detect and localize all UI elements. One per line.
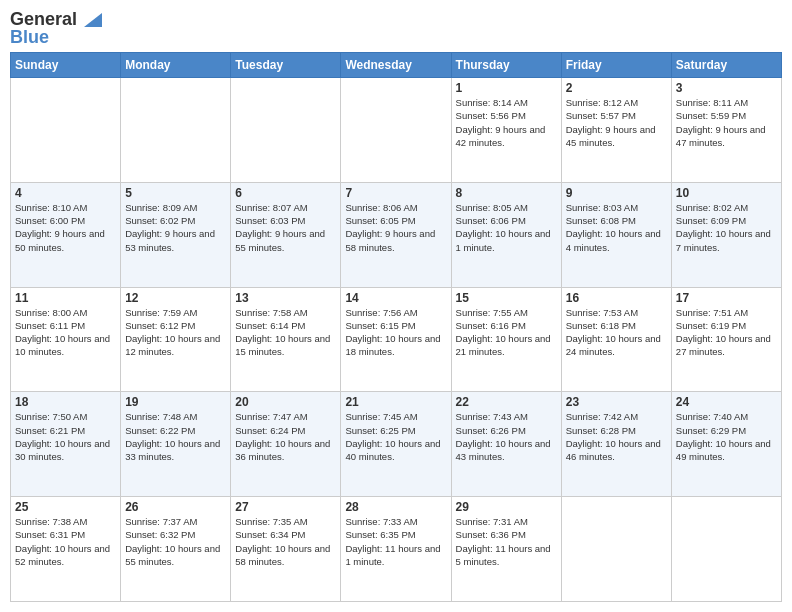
day-number: 5 <box>125 186 226 200</box>
day-info: Sunrise: 7:50 AM Sunset: 6:21 PM Dayligh… <box>15 410 116 463</box>
calendar-cell <box>671 497 781 602</box>
calendar-cell: 27Sunrise: 7:35 AM Sunset: 6:34 PM Dayli… <box>231 497 341 602</box>
calendar-header-wednesday: Wednesday <box>341 53 451 78</box>
day-number: 29 <box>456 500 557 514</box>
day-info: Sunrise: 7:55 AM Sunset: 6:16 PM Dayligh… <box>456 306 557 359</box>
calendar-cell: 28Sunrise: 7:33 AM Sunset: 6:35 PM Dayli… <box>341 497 451 602</box>
day-info: Sunrise: 7:33 AM Sunset: 6:35 PM Dayligh… <box>345 515 446 568</box>
day-info: Sunrise: 7:38 AM Sunset: 6:31 PM Dayligh… <box>15 515 116 568</box>
calendar-cell: 18Sunrise: 7:50 AM Sunset: 6:21 PM Dayli… <box>11 392 121 497</box>
calendar-header-saturday: Saturday <box>671 53 781 78</box>
calendar-cell: 19Sunrise: 7:48 AM Sunset: 6:22 PM Dayli… <box>121 392 231 497</box>
calendar-cell: 15Sunrise: 7:55 AM Sunset: 6:16 PM Dayli… <box>451 287 561 392</box>
day-number: 18 <box>15 395 116 409</box>
calendar-cell: 12Sunrise: 7:59 AM Sunset: 6:12 PM Dayli… <box>121 287 231 392</box>
day-info: Sunrise: 8:14 AM Sunset: 5:56 PM Dayligh… <box>456 96 557 149</box>
calendar-header-tuesday: Tuesday <box>231 53 341 78</box>
calendar-header-friday: Friday <box>561 53 671 78</box>
day-number: 1 <box>456 81 557 95</box>
calendar-cell: 13Sunrise: 7:58 AM Sunset: 6:14 PM Dayli… <box>231 287 341 392</box>
day-info: Sunrise: 8:07 AM Sunset: 6:03 PM Dayligh… <box>235 201 336 254</box>
day-number: 8 <box>456 186 557 200</box>
calendar-cell: 21Sunrise: 7:45 AM Sunset: 6:25 PM Dayli… <box>341 392 451 497</box>
day-info: Sunrise: 8:11 AM Sunset: 5:59 PM Dayligh… <box>676 96 777 149</box>
day-info: Sunrise: 7:35 AM Sunset: 6:34 PM Dayligh… <box>235 515 336 568</box>
day-info: Sunrise: 8:06 AM Sunset: 6:05 PM Dayligh… <box>345 201 446 254</box>
day-info: Sunrise: 8:03 AM Sunset: 6:08 PM Dayligh… <box>566 201 667 254</box>
day-number: 4 <box>15 186 116 200</box>
calendar-table: SundayMondayTuesdayWednesdayThursdayFrid… <box>10 52 782 602</box>
day-number: 14 <box>345 291 446 305</box>
page: General Blue SundayMondayTuesdayWednesda… <box>0 0 792 612</box>
calendar-cell: 20Sunrise: 7:47 AM Sunset: 6:24 PM Dayli… <box>231 392 341 497</box>
calendar-cell: 3Sunrise: 8:11 AM Sunset: 5:59 PM Daylig… <box>671 78 781 183</box>
day-number: 22 <box>456 395 557 409</box>
day-number: 13 <box>235 291 336 305</box>
day-info: Sunrise: 8:10 AM Sunset: 6:00 PM Dayligh… <box>15 201 116 254</box>
day-info: Sunrise: 7:56 AM Sunset: 6:15 PM Dayligh… <box>345 306 446 359</box>
day-number: 26 <box>125 500 226 514</box>
day-info: Sunrise: 7:31 AM Sunset: 6:36 PM Dayligh… <box>456 515 557 568</box>
day-info: Sunrise: 7:48 AM Sunset: 6:22 PM Dayligh… <box>125 410 226 463</box>
day-number: 2 <box>566 81 667 95</box>
day-number: 28 <box>345 500 446 514</box>
calendar-cell: 25Sunrise: 7:38 AM Sunset: 6:31 PM Dayli… <box>11 497 121 602</box>
day-info: Sunrise: 7:51 AM Sunset: 6:19 PM Dayligh… <box>676 306 777 359</box>
calendar-cell: 5Sunrise: 8:09 AM Sunset: 6:02 PM Daylig… <box>121 182 231 287</box>
calendar-cell: 9Sunrise: 8:03 AM Sunset: 6:08 PM Daylig… <box>561 182 671 287</box>
calendar-cell: 26Sunrise: 7:37 AM Sunset: 6:32 PM Dayli… <box>121 497 231 602</box>
calendar-cell: 17Sunrise: 7:51 AM Sunset: 6:19 PM Dayli… <box>671 287 781 392</box>
calendar-cell: 2Sunrise: 8:12 AM Sunset: 5:57 PM Daylig… <box>561 78 671 183</box>
day-info: Sunrise: 7:59 AM Sunset: 6:12 PM Dayligh… <box>125 306 226 359</box>
calendar-cell: 1Sunrise: 8:14 AM Sunset: 5:56 PM Daylig… <box>451 78 561 183</box>
calendar-week-row: 11Sunrise: 8:00 AM Sunset: 6:11 PM Dayli… <box>11 287 782 392</box>
calendar-cell <box>121 78 231 183</box>
calendar-cell: 22Sunrise: 7:43 AM Sunset: 6:26 PM Dayli… <box>451 392 561 497</box>
day-number: 11 <box>15 291 116 305</box>
day-number: 25 <box>15 500 116 514</box>
calendar-week-row: 18Sunrise: 7:50 AM Sunset: 6:21 PM Dayli… <box>11 392 782 497</box>
day-number: 10 <box>676 186 777 200</box>
calendar-header-sunday: Sunday <box>11 53 121 78</box>
day-number: 16 <box>566 291 667 305</box>
calendar-cell <box>561 497 671 602</box>
calendar-cell: 8Sunrise: 8:05 AM Sunset: 6:06 PM Daylig… <box>451 182 561 287</box>
day-number: 17 <box>676 291 777 305</box>
day-number: 20 <box>235 395 336 409</box>
day-info: Sunrise: 8:09 AM Sunset: 6:02 PM Dayligh… <box>125 201 226 254</box>
day-number: 27 <box>235 500 336 514</box>
day-info: Sunrise: 7:43 AM Sunset: 6:26 PM Dayligh… <box>456 410 557 463</box>
calendar-cell: 23Sunrise: 7:42 AM Sunset: 6:28 PM Dayli… <box>561 392 671 497</box>
calendar-cell <box>231 78 341 183</box>
day-info: Sunrise: 8:12 AM Sunset: 5:57 PM Dayligh… <box>566 96 667 149</box>
day-number: 6 <box>235 186 336 200</box>
calendar-cell <box>11 78 121 183</box>
calendar-cell: 16Sunrise: 7:53 AM Sunset: 6:18 PM Dayli… <box>561 287 671 392</box>
day-number: 15 <box>456 291 557 305</box>
day-info: Sunrise: 8:02 AM Sunset: 6:09 PM Dayligh… <box>676 201 777 254</box>
logo-triangle-icon <box>84 13 102 27</box>
day-number: 12 <box>125 291 226 305</box>
day-number: 24 <box>676 395 777 409</box>
calendar-header-monday: Monday <box>121 53 231 78</box>
day-info: Sunrise: 8:05 AM Sunset: 6:06 PM Dayligh… <box>456 201 557 254</box>
day-info: Sunrise: 7:45 AM Sunset: 6:25 PM Dayligh… <box>345 410 446 463</box>
calendar-cell: 6Sunrise: 8:07 AM Sunset: 6:03 PM Daylig… <box>231 182 341 287</box>
calendar-cell: 4Sunrise: 8:10 AM Sunset: 6:00 PM Daylig… <box>11 182 121 287</box>
day-info: Sunrise: 7:42 AM Sunset: 6:28 PM Dayligh… <box>566 410 667 463</box>
calendar-cell: 10Sunrise: 8:02 AM Sunset: 6:09 PM Dayli… <box>671 182 781 287</box>
day-number: 3 <box>676 81 777 95</box>
calendar-cell: 29Sunrise: 7:31 AM Sunset: 6:36 PM Dayli… <box>451 497 561 602</box>
calendar-week-row: 4Sunrise: 8:10 AM Sunset: 6:00 PM Daylig… <box>11 182 782 287</box>
calendar-header-row: SundayMondayTuesdayWednesdayThursdayFrid… <box>11 53 782 78</box>
day-info: Sunrise: 7:47 AM Sunset: 6:24 PM Dayligh… <box>235 410 336 463</box>
calendar-cell: 14Sunrise: 7:56 AM Sunset: 6:15 PM Dayli… <box>341 287 451 392</box>
calendar-cell: 7Sunrise: 8:06 AM Sunset: 6:05 PM Daylig… <box>341 182 451 287</box>
day-info: Sunrise: 7:40 AM Sunset: 6:29 PM Dayligh… <box>676 410 777 463</box>
day-info: Sunrise: 8:00 AM Sunset: 6:11 PM Dayligh… <box>15 306 116 359</box>
day-number: 21 <box>345 395 446 409</box>
header: General Blue <box>10 10 782 46</box>
day-number: 23 <box>566 395 667 409</box>
calendar-week-row: 25Sunrise: 7:38 AM Sunset: 6:31 PM Dayli… <box>11 497 782 602</box>
day-number: 19 <box>125 395 226 409</box>
